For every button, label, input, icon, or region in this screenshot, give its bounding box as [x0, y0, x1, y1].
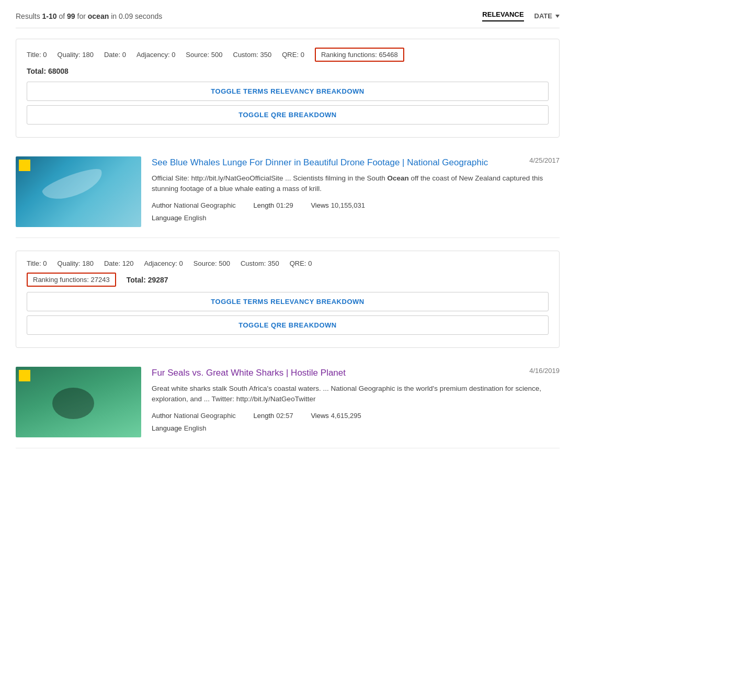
- thumbnail-2: [16, 367, 141, 437]
- sort-date-label: DATE: [534, 12, 552, 20]
- scoring-box-1: Title: 0 Quality: 180 Date: 0 Adjacency:…: [16, 39, 560, 138]
- language-label-1: Language: [152, 212, 182, 224]
- length-group-2: Length 02:57: [253, 410, 293, 422]
- source-val-1: 500: [211, 51, 223, 59]
- qre-score-2: QRE: 0: [290, 259, 312, 267]
- date-score-1: Date: 0: [104, 51, 126, 59]
- author-group-1: Author National Geographic: [152, 199, 236, 211]
- adjacency-label-1: Adjacency:: [136, 51, 170, 59]
- quality-score-1: Quality: 180: [58, 51, 94, 59]
- total-label-2: Total:: [127, 276, 146, 284]
- language-val-2: English: [184, 422, 207, 434]
- scoring-row-1: Title: 0 Quality: 180 Date: 0 Adjacency:…: [27, 48, 549, 62]
- author-val-2: National Geographic: [174, 410, 236, 422]
- source-label-1: Source:: [186, 51, 209, 59]
- thumbnail-1: [16, 156, 141, 227]
- result-date-1: 4/25/2017: [529, 156, 560, 164]
- views-group-1: Views 10,155,031: [311, 199, 365, 211]
- views-val-1: 10,155,031: [331, 199, 365, 211]
- source-val-2: 500: [219, 259, 230, 267]
- custom-score-2: Custom: 350: [241, 259, 279, 267]
- author-group-2: Author National Geographic: [152, 410, 236, 422]
- quality-val-2: 180: [82, 259, 94, 267]
- language-label-2: Language: [152, 422, 182, 434]
- title-label-1: Title:: [27, 51, 41, 59]
- title-label-2: Title:: [27, 259, 41, 267]
- result-desc-1: Official Site: http://bit.ly/NatGeoOffic…: [152, 173, 560, 195]
- ranking-label-1: Ranking functions:: [321, 51, 377, 59]
- result-meta-1: Author National Geographic Length 01:29 …: [152, 199, 560, 224]
- toggle-terms-button-2[interactable]: TOGGLE TERMS RELEVANCY BREAKDOWN: [27, 292, 549, 311]
- total-label-1: Total:: [27, 67, 46, 75]
- toggle-qre-button-1[interactable]: TOGGLE QRE BREAKDOWN: [27, 105, 549, 125]
- title-val-2: 0: [43, 259, 47, 267]
- result-meta-2: Author National Geographic Length 02:57 …: [152, 410, 560, 434]
- author-label-1: Author: [152, 199, 172, 211]
- length-group-1: Length 01:29: [253, 199, 293, 211]
- result-item-1: 4/25/2017 See Blue Whales Lunge For Dinn…: [16, 146, 560, 238]
- date-score-2: Date: 120: [104, 259, 133, 267]
- result-content-1: 4/25/2017 See Blue Whales Lunge For Dinn…: [152, 156, 560, 227]
- qre-val-2: 0: [308, 259, 312, 267]
- quality-val-1: 180: [82, 51, 94, 59]
- length-val-1: 01:29: [276, 199, 293, 211]
- adjacency-label-2: Adjacency:: [144, 259, 177, 267]
- source-score-1: Source: 500: [186, 51, 222, 59]
- source-label-2: Source:: [193, 259, 217, 267]
- language-group-1: Language English: [152, 212, 206, 224]
- title-val-1: 0: [43, 51, 47, 59]
- adjacency-val-1: 0: [172, 51, 175, 59]
- sort-date[interactable]: DATE: [534, 12, 560, 20]
- language-group-2: Language English: [152, 422, 206, 434]
- custom-score-1: Custom: 350: [233, 51, 272, 59]
- sort-date-chevron-icon: [555, 15, 560, 18]
- quality-label-1: Quality:: [58, 51, 81, 59]
- views-label-2: Views: [311, 410, 328, 422]
- ranking-label-2: Ranking functions:: [33, 276, 89, 284]
- date-val-2: 120: [122, 259, 134, 267]
- views-group-2: Views 4,615,295: [311, 410, 361, 422]
- ranking-highlight-1: Ranking functions: 65468: [315, 48, 404, 62]
- result-title-link-1[interactable]: See Blue Whales Lunge For Dinner in Beau…: [152, 156, 560, 169]
- qre-label-1: QRE:: [282, 51, 299, 59]
- results-of: of: [57, 12, 67, 20]
- total-val-1: 68008: [48, 67, 69, 75]
- results-query: ocean: [88, 12, 109, 20]
- results-info: Results 1-10 of 99 for ocean in 0.09 sec…: [16, 12, 162, 20]
- custom-val-2: 350: [268, 259, 279, 267]
- adjacency-score-1: Adjacency: 0: [136, 51, 175, 59]
- results-time: in 0.09 seconds: [109, 12, 162, 20]
- author-label-2: Author: [152, 410, 172, 422]
- adjacency-score-2: Adjacency: 0: [144, 259, 183, 267]
- qre-label-2: QRE:: [290, 259, 306, 267]
- scoring-row-2b: Ranking functions: 27243 Total: 29287: [27, 273, 549, 287]
- custom-val-1: 350: [260, 51, 272, 59]
- qre-val-1: 0: [301, 51, 304, 59]
- sort-controls: RELEVANCE DATE: [482, 10, 560, 21]
- result-item-2: 4/16/2019 Fur Seals vs. Great White Shar…: [16, 356, 560, 448]
- total-row-1: Total: 68008: [27, 67, 549, 75]
- title-score-2: Title: 0: [27, 259, 47, 267]
- views-val-2: 4,615,295: [331, 410, 361, 422]
- scoring-row-2: Title: 0 Quality: 180 Date: 120 Adjacenc…: [27, 259, 549, 267]
- toggle-qre-button-2[interactable]: TOGGLE QRE BREAKDOWN: [27, 315, 549, 335]
- nat-geo-badge-2: [19, 370, 30, 381]
- result-desc-2: Great white sharks stalk South Africa's …: [152, 383, 560, 405]
- custom-label-2: Custom:: [241, 259, 266, 267]
- thumbnail-image-1: [16, 156, 141, 227]
- author-val-1: National Geographic: [174, 199, 236, 211]
- nat-geo-badge-1: [19, 160, 30, 171]
- title-score-1: Title: 0: [27, 51, 47, 59]
- date-val-1: 0: [122, 51, 126, 59]
- result-content-2: 4/16/2019 Fur Seals vs. Great White Shar…: [152, 367, 560, 437]
- scoring-box-2: Title: 0 Quality: 180 Date: 120 Adjacenc…: [16, 251, 560, 348]
- header-bar: Results 1-10 of 99 for ocean in 0.09 sec…: [16, 10, 560, 28]
- sort-relevance[interactable]: RELEVANCE: [482, 10, 523, 21]
- result-title-link-2[interactable]: Fur Seals vs. Great White Sharks | Hosti…: [152, 367, 560, 379]
- toggle-terms-button-1[interactable]: TOGGLE TERMS RELEVANCY BREAKDOWN: [27, 82, 549, 101]
- length-label-2: Length: [253, 410, 274, 422]
- result-date-2: 4/16/2019: [529, 367, 560, 375]
- custom-label-1: Custom:: [233, 51, 258, 59]
- thumbnail-image-2: [16, 367, 141, 437]
- adjacency-val-2: 0: [179, 259, 183, 267]
